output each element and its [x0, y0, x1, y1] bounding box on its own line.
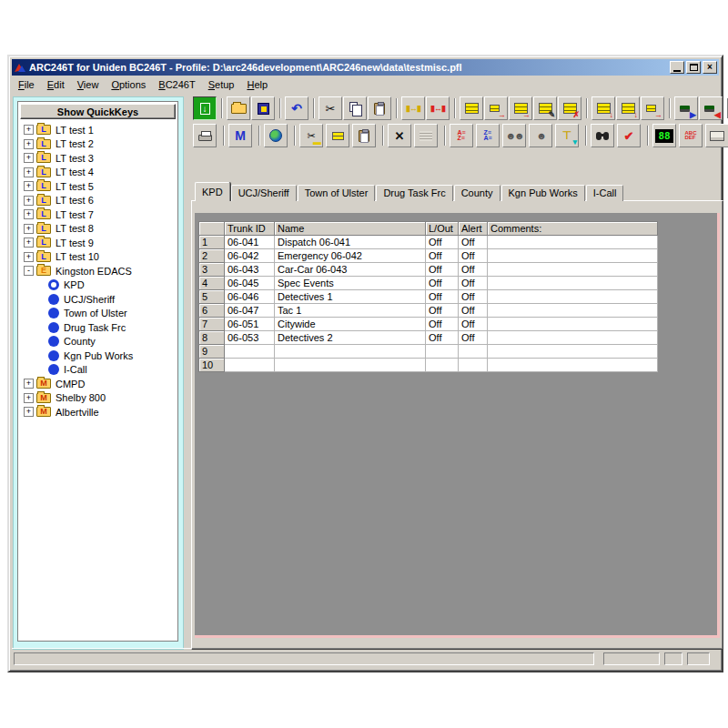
text-tags-button[interactable]: ABC DEF [679, 124, 703, 147]
expander-icon[interactable]: + [24, 167, 34, 177]
validate-button[interactable]: ✔ [617, 124, 641, 147]
expander-icon[interactable]: + [24, 139, 34, 149]
tree-item-shelby-800[interactable]: +MShelby 800 [18, 391, 177, 406]
upload-to-scanner-button[interactable]: ↓ [193, 96, 217, 120]
tree-item-cmpd[interactable]: +MCMPD [18, 377, 177, 391]
menu-edit[interactable]: Edit [41, 77, 71, 92]
grid-cell[interactable]: Off [426, 304, 459, 318]
row-number-cell[interactable]: 1 [199, 236, 225, 249]
grid-cell[interactable] [488, 290, 658, 304]
grid-cell[interactable] [459, 359, 488, 372]
grid-cell[interactable]: Off [426, 277, 459, 290]
grid-cell[interactable] [488, 263, 658, 277]
expander-icon[interactable]: + [24, 379, 34, 389]
grid-cell[interactable]: Car-Car 06-043 [275, 263, 426, 277]
grid-cell[interactable]: Spec Events [275, 277, 426, 290]
minimize-button[interactable] [670, 61, 684, 74]
tree-item-lt-test-1[interactable]: +LLT test 1 [18, 123, 177, 137]
menu-setup[interactable]: Setup [202, 77, 241, 92]
grid-cell[interactable]: Off [459, 277, 488, 290]
expander-icon[interactable]: + [24, 196, 34, 206]
close-button[interactable]: × [703, 61, 717, 74]
grid-cell[interactable]: Emergency 06-042 [275, 249, 426, 263]
menu-options[interactable]: Options [105, 77, 152, 92]
sort-za-button[interactable]: Z≡ A≡ [476, 124, 500, 147]
tree-item-lt-test-10[interactable]: +LLT test 10 [18, 250, 177, 265]
grid-cell[interactable] [488, 277, 658, 290]
expander-icon[interactable]: - [24, 266, 34, 276]
grid-cell[interactable] [488, 345, 658, 359]
menu-bc246t[interactable]: BC246T [152, 77, 201, 92]
swap-range-button[interactable]: ▮↔▮ [426, 96, 450, 120]
paste-line-button[interactable] [352, 124, 376, 147]
grid-cell[interactable]: 06-053 [225, 331, 275, 345]
tree-item-kgn-pub-works[interactable]: Kgn Pub Works [18, 349, 177, 363]
grid-cell[interactable] [488, 304, 658, 318]
tab-town-of-ulster[interactable]: Town of Ulster [298, 185, 376, 201]
tree-item-lt-test-2[interactable]: +LLT test 2 [18, 137, 177, 152]
tree-item-lt-test-5[interactable]: +LLT test 5 [18, 179, 177, 194]
expander-icon[interactable]: + [24, 407, 34, 417]
menu-view[interactable]: View [71, 77, 106, 92]
tree-item-i-call[interactable]: I-Call [18, 363, 177, 378]
tab-drug-task-frc[interactable]: Drug Task Frc [376, 185, 452, 201]
grid-cell[interactable]: Dispatch 06-041 [275, 236, 426, 249]
sort-az-button[interactable]: A≡ Z≡ [450, 124, 473, 147]
person-lookup-button[interactable]: ☻ [529, 124, 552, 147]
grid-cell[interactable]: Off [426, 331, 459, 345]
grid-cell[interactable]: Off [459, 318, 488, 331]
grid-cell[interactable]: Off [426, 236, 459, 249]
tree-item-kingston-edacs[interactable]: -EKingston EDACS [18, 264, 177, 278]
drain-button[interactable]: ⊤▾ [555, 124, 579, 147]
expander-icon[interactable]: + [24, 209, 34, 219]
menu-file[interactable]: File [12, 77, 41, 92]
display-panel-button[interactable] [705, 124, 728, 147]
show-quickkeys-button[interactable]: Show QuickKeys [20, 104, 176, 119]
tab-ucj-sheriff[interactable]: UCJ/Sheriff [231, 185, 297, 201]
expander-icon[interactable]: + [24, 181, 34, 191]
grid-cell[interactable] [426, 345, 459, 359]
tree-item-albertville[interactable]: +MAlbertville [18, 405, 177, 420]
menu-help[interactable]: Help [240, 77, 274, 92]
find-button[interactable] [591, 124, 614, 147]
grid-cell[interactable]: Off [426, 290, 459, 304]
cut-button[interactable]: ✂ [318, 96, 342, 120]
row-number-cell[interactable]: 2 [199, 249, 225, 263]
copy-button[interactable] [343, 96, 367, 120]
fill-down-button[interactable]: ↓ [592, 96, 615, 120]
tab-county[interactable]: County [454, 185, 500, 201]
tree-item-lt-test-6[interactable]: +LLT test 6 [18, 194, 177, 208]
grid-cell[interactable]: 06-046 [225, 290, 275, 304]
grid-cell[interactable] [488, 236, 658, 249]
grid-cell[interactable]: Off [426, 263, 459, 277]
grid-cell[interactable]: Off [426, 318, 459, 331]
delete-rows-button[interactable]: ✗ [558, 96, 581, 120]
grid-cell[interactable]: Detectives 1 [275, 290, 426, 304]
grid-cell[interactable]: Off [459, 304, 488, 318]
grid-cell[interactable] [225, 359, 275, 372]
duplicates-button[interactable]: ☻☻ [502, 124, 526, 147]
grid-cell[interactable]: Off [459, 236, 488, 249]
grid-cell[interactable] [225, 345, 275, 359]
row-number-cell[interactable]: 8 [199, 331, 225, 345]
grid-cell[interactable] [459, 345, 488, 359]
select-rows-button[interactable] [460, 96, 483, 120]
grid-cell[interactable]: Off [459, 331, 488, 345]
sweep-left-button[interactable]: ◀ [699, 96, 723, 120]
expander-icon[interactable]: + [24, 393, 34, 403]
grid-cell[interactable]: 06-041 [225, 236, 275, 249]
tab-kgn-pub-works[interactable]: Kgn Pub Works [501, 185, 585, 201]
tree-item-lt-test-4[interactable]: +LLT test 4 [18, 166, 177, 180]
expander-icon[interactable]: + [24, 238, 34, 248]
row-number-cell[interactable]: 9 [199, 345, 225, 359]
grid-cell[interactable]: 06-051 [225, 318, 275, 331]
print-button[interactable] [193, 124, 217, 147]
row-number-cell[interactable]: 7 [199, 318, 225, 331]
grid-cell[interactable]: Off [459, 249, 488, 263]
sweep-right-button[interactable]: ▶ [674, 96, 698, 120]
append-row-button[interactable]: → [509, 96, 532, 120]
move-rows-button[interactable]: → [641, 96, 664, 120]
expander-icon[interactable]: + [24, 153, 34, 163]
save-file-button[interactable] [251, 96, 275, 120]
row-number-cell[interactable]: 5 [199, 290, 225, 304]
